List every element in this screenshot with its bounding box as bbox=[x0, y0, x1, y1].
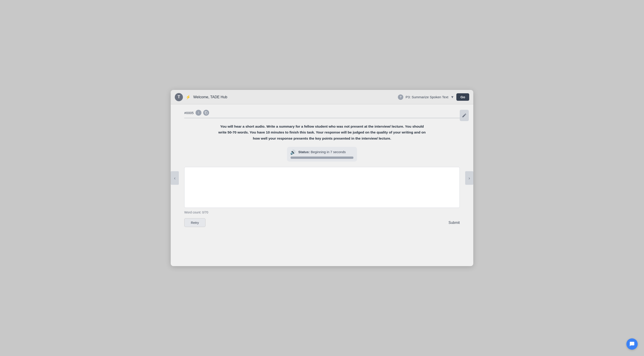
next-arrow-button[interactable]: › bbox=[465, 171, 473, 185]
left-chevron-icon: ‹ bbox=[174, 176, 176, 181]
header: T ⚡ Welcome, TADE Hub ? P3: Summarize Sp… bbox=[171, 90, 473, 104]
audio-icon: 🔊 bbox=[290, 150, 296, 155]
question-id: #0005 bbox=[184, 111, 194, 115]
clipboard-icon bbox=[204, 111, 208, 114]
chevron-down-icon[interactable]: ▼ bbox=[450, 95, 454, 99]
help-icon: ? bbox=[398, 94, 403, 100]
main-content: #0005 i You will hear a short audio. Wri… bbox=[171, 104, 473, 236]
bottom-bar: Retry Submit bbox=[184, 218, 460, 229]
audio-player: 🔊 Status: Beginning in 7 seconds bbox=[287, 147, 357, 162]
main-window: T ⚡ Welcome, TADE Hub ? P3: Summarize Sp… bbox=[171, 90, 473, 266]
status-value: Beginning in 7 seconds bbox=[311, 150, 346, 154]
submit-button[interactable]: Submit bbox=[448, 221, 460, 225]
edit-icon[interactable] bbox=[460, 110, 469, 121]
audio-status: Status: Beginning in 7 seconds bbox=[290, 150, 354, 154]
retry-button[interactable]: Retry bbox=[184, 218, 206, 227]
chat-icon bbox=[629, 341, 635, 347]
answer-textarea[interactable] bbox=[184, 167, 460, 207]
instructions-text: You will hear a short audio. Write a sum… bbox=[218, 124, 426, 141]
answer-textarea-wrap bbox=[184, 167, 460, 208]
task-label: P3: Summarize Spoken Text bbox=[406, 95, 448, 99]
question-bar: #0005 i bbox=[184, 110, 460, 118]
chat-bubble-button[interactable] bbox=[626, 338, 638, 350]
lightning-icon: ⚡ bbox=[186, 95, 190, 100]
copy-icon-button[interactable] bbox=[203, 110, 209, 116]
go-button[interactable]: Go bbox=[456, 93, 469, 101]
status-label: Status: bbox=[298, 150, 310, 154]
welcome-text: Welcome, TADE Hub bbox=[193, 95, 395, 99]
word-count: Word count: 0/70 bbox=[184, 211, 460, 214]
pencil-icon bbox=[462, 113, 467, 118]
avatar: T bbox=[175, 93, 183, 101]
audio-progress-bar bbox=[290, 157, 354, 159]
prev-arrow-button[interactable]: ‹ bbox=[171, 171, 179, 185]
right-chevron-icon: › bbox=[468, 176, 470, 181]
header-right: ? P3: Summarize Spoken Text ▼ Go bbox=[398, 93, 469, 101]
info-icon-button[interactable]: i bbox=[196, 110, 202, 116]
